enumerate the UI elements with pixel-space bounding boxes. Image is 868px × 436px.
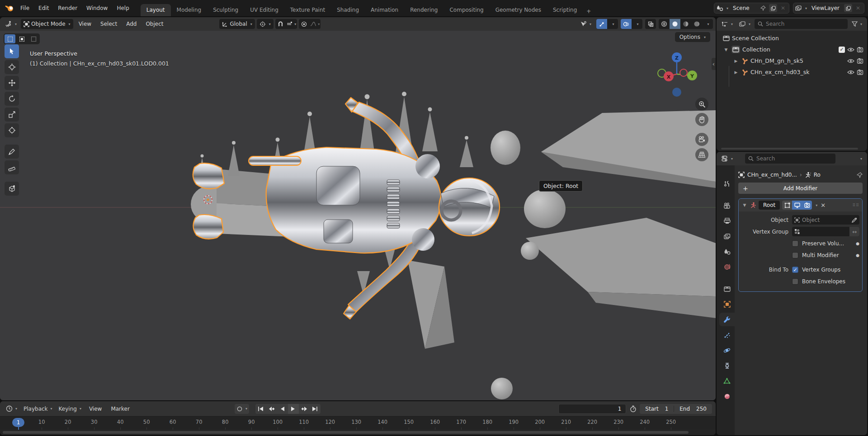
unlink-scene-icon[interactable]: ✕ — [779, 4, 787, 12]
outliner-row-scene-collection[interactable]: Scene Collection — [717, 33, 867, 44]
outliner-filter-icon[interactable]: ▾ — [849, 20, 864, 28]
next-keyframe-button[interactable] — [299, 404, 310, 414]
tab-uv-editing[interactable]: UV Editing — [244, 4, 284, 16]
blender-logo-icon[interactable] — [4, 4, 15, 12]
tab-geometry-nodes[interactable]: Geometry Nodes — [490, 4, 547, 16]
outliner-scrollbar[interactable] — [721, 148, 858, 150]
realtime-display-toggle[interactable] — [792, 201, 802, 210]
play-button[interactable] — [288, 404, 299, 414]
timeline-scrollbar[interactable] — [0, 430, 716, 435]
edit-mode-display-toggle[interactable] — [782, 201, 792, 210]
breadcrumb-object[interactable]: CHn_ex_cm_hd0... — [747, 172, 797, 178]
mode-selector[interactable]: Object Mode▾ — [21, 19, 73, 29]
auto-keying-toggle[interactable]: ▾ — [235, 404, 249, 414]
breadcrumb-modifier[interactable]: Ro — [814, 172, 821, 178]
pivot-point-selector[interactable]: ▾ — [257, 19, 274, 29]
new-scene-icon[interactable] — [769, 4, 777, 12]
tab-sculpting[interactable]: Sculpting — [207, 4, 244, 16]
tab-scripting[interactable]: Scripting — [547, 4, 583, 16]
menu-render[interactable]: Render — [54, 3, 81, 13]
menu-object[interactable]: Object — [142, 19, 167, 29]
tool-annotate[interactable] — [5, 145, 19, 159]
select-mode-set[interactable] — [5, 34, 15, 43]
animate-property-dot[interactable]: ● — [856, 253, 859, 258]
prev-keyframe-button[interactable] — [266, 404, 277, 414]
render-display-toggle[interactable] — [802, 201, 812, 210]
jump-to-start-button[interactable] — [255, 404, 266, 414]
camera-view-button[interactable] — [695, 133, 708, 146]
preserve-volume-checkbox[interactable] — [792, 240, 798, 247]
modifier-delete-button[interactable]: ✕ — [821, 202, 826, 209]
menu-view[interactable]: View — [75, 19, 95, 29]
hide-eye-icon[interactable] — [847, 47, 854, 52]
modifier-name-field[interactable]: Root — [759, 201, 780, 210]
new-view-layer-icon[interactable] — [844, 4, 852, 12]
output-tab[interactable] — [719, 214, 735, 228]
playback-menu[interactable]: Playback▾ — [21, 404, 55, 413]
modifier-extras-dropdown[interactable]: ▾ — [816, 203, 817, 207]
material-tab[interactable] — [719, 389, 735, 403]
world-tab[interactable] — [719, 260, 735, 274]
tool-rotate[interactable] — [5, 92, 19, 106]
vertex-group-field[interactable]: ↔ — [792, 227, 859, 236]
shading-dropdown[interactable]: ▾ — [702, 19, 713, 29]
multi-modifier-checkbox[interactable] — [792, 252, 798, 258]
object-visibility-dropdown[interactable]: ▾ — [578, 20, 594, 28]
gizmo-dropdown[interactable]: ▾ — [607, 19, 618, 29]
snap-settings-dropdown[interactable]: ▾ — [286, 19, 297, 29]
shading-solid-icon[interactable] — [670, 19, 680, 29]
tool-transform[interactable] — [5, 123, 19, 137]
proportional-falloff-dropdown[interactable]: ▾ — [310, 19, 321, 29]
hide-eye-icon[interactable] — [847, 58, 854, 64]
view-layer-icon[interactable] — [795, 5, 802, 11]
scene-icon[interactable] — [716, 5, 723, 11]
add-workspace-button[interactable]: + — [583, 6, 594, 16]
shading-wireframe-icon[interactable] — [659, 19, 670, 29]
editor-type-properties-icon[interactable]: ▾ — [719, 154, 735, 163]
playhead[interactable]: 1 — [12, 418, 24, 427]
editor-type-timeline-icon[interactable]: ▾ — [4, 404, 19, 413]
collection-tab[interactable] — [719, 282, 735, 295]
select-mode-extend[interactable] — [16, 34, 27, 43]
start-frame-field[interactable]: Start1 — [640, 406, 674, 412]
shading-material-icon[interactable] — [680, 19, 691, 29]
marker-menu[interactable]: Marker — [107, 404, 133, 414]
end-frame-field[interactable]: End250 — [674, 406, 712, 412]
view-menu[interactable]: View — [85, 404, 105, 414]
menu-edit[interactable]: Edit — [34, 3, 53, 13]
properties-filter-dropdown[interactable]: ▾ — [857, 155, 864, 162]
navigation-gizmo[interactable]: Z X Y — [656, 48, 699, 98]
scene-tab[interactable] — [719, 245, 735, 258]
collapse-caret-icon[interactable]: ▼ — [723, 47, 729, 52]
tool-tweak-select[interactable] — [5, 44, 19, 58]
show-overlays-toggle[interactable] — [621, 19, 632, 29]
tool-add-cube[interactable] — [5, 182, 19, 196]
tool-measure[interactable] — [5, 160, 19, 174]
toggle-perspective-button[interactable] — [695, 148, 708, 161]
tool-cursor[interactable] — [5, 60, 19, 74]
tab-rendering[interactable]: Rendering — [404, 4, 443, 16]
menu-help[interactable]: Help — [113, 3, 133, 13]
disable-render-camera-icon[interactable] — [857, 47, 863, 52]
overlays-dropdown[interactable]: ▾ — [632, 19, 642, 29]
scene-name[interactable]: Scene — [730, 5, 757, 11]
particles-tab[interactable] — [719, 328, 735, 342]
bone-envelopes-checkbox[interactable] — [792, 278, 798, 285]
menu-add[interactable]: Add — [123, 19, 140, 29]
remove-view-layer-icon[interactable]: ✕ — [854, 4, 862, 12]
snap-magnet-icon[interactable] — [275, 19, 286, 29]
modifier-drag-handle[interactable]: ⠿⠿ — [853, 203, 859, 207]
pan-button[interactable] — [695, 113, 708, 126]
tab-texture-paint[interactable]: Texture Paint — [284, 4, 331, 16]
options-button[interactable]: Options▾ — [675, 32, 710, 42]
object-data-tab[interactable] — [719, 374, 735, 388]
disable-render-camera-icon[interactable] — [857, 58, 863, 64]
outliner-row-chn-dm[interactable]: ▶ CHn_DM_gn_h_sk5 — [717, 55, 867, 66]
eyedropper-icon[interactable] — [852, 217, 857, 223]
outliner-row-chn-ex[interactable]: ▶ CHn_ex_cm_hd03_sk — [717, 66, 867, 78]
pin-icon[interactable] — [759, 4, 767, 12]
expand-caret-icon[interactable]: ▶ — [733, 59, 739, 63]
viewport-canvas[interactable]: User Perspective (1) Collection | CHn_ex… — [0, 31, 716, 400]
animate-property-dot[interactable]: ● — [856, 241, 859, 246]
constraints-tab[interactable] — [719, 359, 735, 372]
